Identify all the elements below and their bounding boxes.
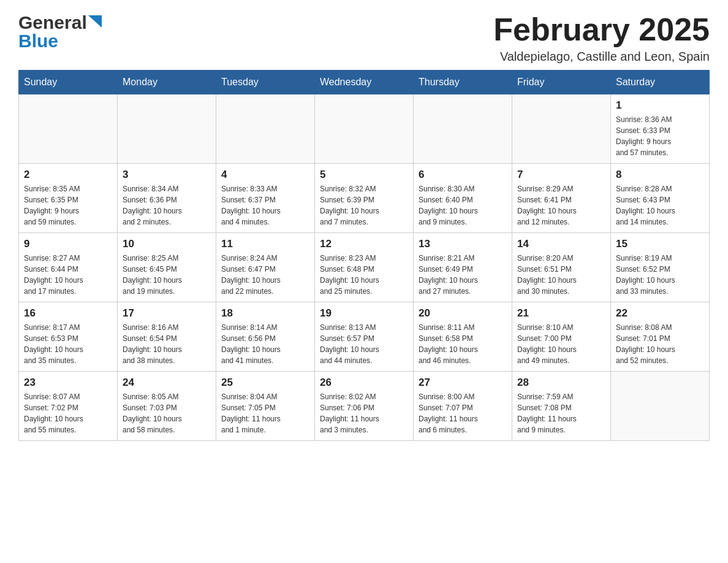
col-saturday: Saturday <box>611 71 710 94</box>
day-info: Sunrise: 8:16 AM Sunset: 6:54 PM Dayligh… <box>123 322 211 366</box>
col-thursday: Thursday <box>414 71 512 94</box>
day-number: 5 <box>320 169 408 181</box>
table-row: 4Sunrise: 8:33 AM Sunset: 6:37 PM Daylig… <box>216 164 315 233</box>
day-info: Sunrise: 8:07 AM Sunset: 7:02 PM Dayligh… <box>24 391 112 435</box>
table-row: 1Sunrise: 8:36 AM Sunset: 6:33 PM Daylig… <box>611 94 710 164</box>
table-row <box>216 94 315 164</box>
day-info: Sunrise: 8:08 AM Sunset: 7:01 PM Dayligh… <box>616 322 704 366</box>
col-friday: Friday <box>512 71 611 94</box>
month-title: February 2025 <box>493 12 710 47</box>
day-number: 26 <box>320 377 408 389</box>
table-row: 27Sunrise: 8:00 AM Sunset: 7:07 PM Dayli… <box>414 372 512 441</box>
day-number: 12 <box>320 238 408 250</box>
day-number: 15 <box>616 238 704 250</box>
col-tuesday: Tuesday <box>216 71 315 94</box>
day-number: 10 <box>123 238 211 250</box>
logo-arrow-icon <box>88 15 102 28</box>
day-number: 13 <box>419 238 507 250</box>
logo-blue-text: Blue <box>18 31 58 52</box>
table-row: 8Sunrise: 8:28 AM Sunset: 6:43 PM Daylig… <box>611 164 710 233</box>
day-info: Sunrise: 8:17 AM Sunset: 6:53 PM Dayligh… <box>24 322 112 366</box>
day-number: 24 <box>123 377 211 389</box>
calendar-week-row: 16Sunrise: 8:17 AM Sunset: 6:53 PM Dayli… <box>19 302 710 372</box>
table-row: 25Sunrise: 8:04 AM Sunset: 7:05 PM Dayli… <box>216 372 315 441</box>
table-row: 28Sunrise: 7:59 AM Sunset: 7:08 PM Dayli… <box>512 372 611 441</box>
day-number: 19 <box>320 307 408 320</box>
location-title: Valdepielago, Castille and Leon, Spain <box>493 50 710 64</box>
day-number: 23 <box>24 377 112 389</box>
calendar-week-row: 9Sunrise: 8:27 AM Sunset: 6:44 PM Daylig… <box>19 233 710 302</box>
table-row <box>315 94 414 164</box>
calendar-header-row: Sunday Monday Tuesday Wednesday Thursday… <box>19 71 710 94</box>
day-number: 11 <box>221 238 309 250</box>
table-row: 6Sunrise: 8:30 AM Sunset: 6:40 PM Daylig… <box>414 164 512 233</box>
day-number: 22 <box>616 307 704 320</box>
day-info: Sunrise: 8:13 AM Sunset: 6:57 PM Dayligh… <box>320 322 408 366</box>
day-info: Sunrise: 8:23 AM Sunset: 6:48 PM Dayligh… <box>320 253 408 297</box>
title-area: February 2025 Valdepielago, Castille and… <box>493 12 710 64</box>
table-row: 23Sunrise: 8:07 AM Sunset: 7:02 PM Dayli… <box>19 372 118 441</box>
col-wednesday: Wednesday <box>315 71 414 94</box>
day-info: Sunrise: 8:30 AM Sunset: 6:40 PM Dayligh… <box>419 183 507 228</box>
day-info: Sunrise: 8:34 AM Sunset: 6:36 PM Dayligh… <box>123 183 211 228</box>
day-info: Sunrise: 8:24 AM Sunset: 6:47 PM Dayligh… <box>221 253 309 297</box>
day-info: Sunrise: 8:25 AM Sunset: 6:45 PM Dayligh… <box>123 253 211 297</box>
day-number: 18 <box>221 307 309 320</box>
day-info: Sunrise: 8:00 AM Sunset: 7:07 PM Dayligh… <box>419 391 507 435</box>
table-row <box>512 94 611 164</box>
logo: General Blue <box>18 12 102 52</box>
table-row: 24Sunrise: 8:05 AM Sunset: 7:03 PM Dayli… <box>118 372 216 441</box>
day-info: Sunrise: 8:32 AM Sunset: 6:39 PM Dayligh… <box>320 183 408 228</box>
day-number: 2 <box>24 169 112 181</box>
table-row: 16Sunrise: 8:17 AM Sunset: 6:53 PM Dayli… <box>19 302 118 372</box>
table-row <box>414 94 512 164</box>
logo-general-text: General <box>18 12 87 33</box>
day-info: Sunrise: 8:33 AM Sunset: 6:37 PM Dayligh… <box>221 183 309 228</box>
table-row: 20Sunrise: 8:11 AM Sunset: 6:58 PM Dayli… <box>414 302 512 372</box>
table-row: 11Sunrise: 8:24 AM Sunset: 6:47 PM Dayli… <box>216 233 315 302</box>
day-info: Sunrise: 8:35 AM Sunset: 6:35 PM Dayligh… <box>24 183 112 228</box>
day-number: 16 <box>24 307 112 320</box>
table-row: 9Sunrise: 8:27 AM Sunset: 6:44 PM Daylig… <box>19 233 118 302</box>
day-info: Sunrise: 8:29 AM Sunset: 6:41 PM Dayligh… <box>517 183 605 228</box>
day-number: 21 <box>517 307 605 320</box>
day-info: Sunrise: 8:21 AM Sunset: 6:49 PM Dayligh… <box>419 253 507 297</box>
table-row: 10Sunrise: 8:25 AM Sunset: 6:45 PM Dayli… <box>118 233 216 302</box>
day-info: Sunrise: 8:14 AM Sunset: 6:56 PM Dayligh… <box>221 322 309 366</box>
svg-marker-0 <box>88 15 102 28</box>
day-info: Sunrise: 8:28 AM Sunset: 6:43 PM Dayligh… <box>616 183 704 228</box>
day-number: 3 <box>123 169 211 181</box>
table-row: 14Sunrise: 8:20 AM Sunset: 6:51 PM Dayli… <box>512 233 611 302</box>
day-number: 4 <box>221 169 309 181</box>
day-number: 1 <box>616 99 704 112</box>
calendar-week-row: 1Sunrise: 8:36 AM Sunset: 6:33 PM Daylig… <box>19 94 710 164</box>
day-info: Sunrise: 8:27 AM Sunset: 6:44 PM Dayligh… <box>24 253 112 297</box>
table-row: 13Sunrise: 8:21 AM Sunset: 6:49 PM Dayli… <box>414 233 512 302</box>
table-row: 21Sunrise: 8:10 AM Sunset: 7:00 PM Dayli… <box>512 302 611 372</box>
day-number: 9 <box>24 238 112 250</box>
day-number: 8 <box>616 169 704 181</box>
day-info: Sunrise: 8:10 AM Sunset: 7:00 PM Dayligh… <box>517 322 605 366</box>
table-row: 2Sunrise: 8:35 AM Sunset: 6:35 PM Daylig… <box>19 164 118 233</box>
calendar-week-row: 2Sunrise: 8:35 AM Sunset: 6:35 PM Daylig… <box>19 164 710 233</box>
table-row: 26Sunrise: 8:02 AM Sunset: 7:06 PM Dayli… <box>315 372 414 441</box>
calendar-week-row: 23Sunrise: 8:07 AM Sunset: 7:02 PM Dayli… <box>19 372 710 441</box>
day-number: 7 <box>517 169 605 181</box>
page-header: General Blue February 2025 Valdepielago,… <box>18 12 710 64</box>
col-sunday: Sunday <box>19 71 118 94</box>
table-row: 17Sunrise: 8:16 AM Sunset: 6:54 PM Dayli… <box>118 302 216 372</box>
table-row <box>118 94 216 164</box>
table-row: 22Sunrise: 8:08 AM Sunset: 7:01 PM Dayli… <box>611 302 710 372</box>
day-number: 28 <box>517 377 605 389</box>
day-info: Sunrise: 8:19 AM Sunset: 6:52 PM Dayligh… <box>616 253 704 297</box>
col-monday: Monday <box>118 71 216 94</box>
table-row: 12Sunrise: 8:23 AM Sunset: 6:48 PM Dayli… <box>315 233 414 302</box>
day-info: Sunrise: 8:20 AM Sunset: 6:51 PM Dayligh… <box>517 253 605 297</box>
day-info: Sunrise: 8:11 AM Sunset: 6:58 PM Dayligh… <box>419 322 507 366</box>
day-number: 17 <box>123 307 211 320</box>
day-info: Sunrise: 8:36 AM Sunset: 6:33 PM Dayligh… <box>616 114 704 158</box>
table-row <box>611 372 710 441</box>
table-row: 5Sunrise: 8:32 AM Sunset: 6:39 PM Daylig… <box>315 164 414 233</box>
table-row: 18Sunrise: 8:14 AM Sunset: 6:56 PM Dayli… <box>216 302 315 372</box>
day-number: 20 <box>419 307 507 320</box>
